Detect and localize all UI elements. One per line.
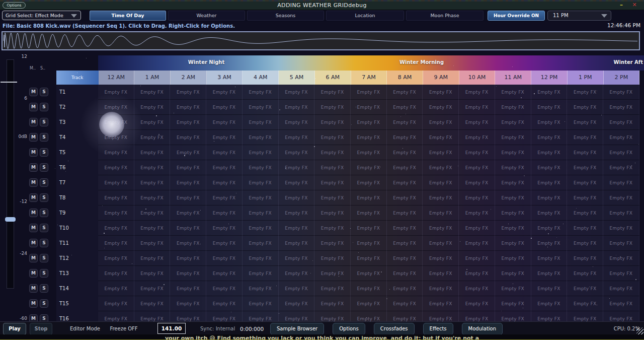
waveform-display[interactable] bbox=[2, 31, 640, 50]
solo-button-t5[interactable]: S bbox=[40, 148, 48, 157]
fx-cell-t4-2pm[interactable]: Empty FX bbox=[603, 130, 639, 145]
fx-cell-t11-7am[interactable]: Empty FX bbox=[351, 236, 387, 251]
solo-button-t9[interactable]: S bbox=[40, 209, 48, 217]
hour-header-1-am[interactable]: 1 AM bbox=[134, 71, 171, 85]
fx-cell-t9-5am[interactable]: Empty FX bbox=[279, 206, 315, 221]
fx-cell-t3-2am[interactable]: Empty FX bbox=[170, 115, 206, 130]
fx-cell-t15-2am[interactable]: Empty FX bbox=[170, 296, 206, 311]
fx-cell-t1-10am[interactable]: Empty FX bbox=[459, 85, 495, 100]
bpm-display[interactable]: 141.00 BPM bbox=[157, 323, 186, 334]
track-label-t8[interactable]: T8 bbox=[59, 190, 65, 206]
fx-cell-t8-9am[interactable]: Empty FX bbox=[423, 190, 459, 206]
fx-cell-t15-11am[interactable]: Empty FX bbox=[495, 296, 531, 311]
fx-cell-t6-12pm[interactable]: Empty FX bbox=[531, 160, 568, 175]
fx-cell-t10-1am[interactable]: Empty FX bbox=[134, 221, 171, 236]
mute-button-t4[interactable]: M bbox=[29, 133, 38, 142]
solo-button-t15[interactable]: S bbox=[40, 299, 48, 308]
fx-cell-t12-5am[interactable]: Empty FX bbox=[279, 251, 315, 266]
fx-cell-t6-1pm[interactable]: Empty FX bbox=[567, 160, 603, 175]
tab-moon-phase[interactable]: Moon Phase bbox=[406, 11, 484, 21]
fx-cell-t1-2pm[interactable]: Empty FX bbox=[603, 85, 639, 100]
fx-cell-t13-2am[interactable]: Empty FX bbox=[170, 266, 206, 281]
fx-cell-t14-1pm[interactable]: Empty FX bbox=[567, 281, 603, 296]
fx-cell-t1-4am[interactable]: Empty FX bbox=[243, 85, 279, 100]
track-label-t11[interactable]: T11 bbox=[59, 236, 69, 251]
fx-cell-t9-8am[interactable]: Empty FX bbox=[387, 206, 423, 221]
fx-cell-t13-12am[interactable]: Empty FX bbox=[98, 266, 134, 281]
fx-cell-t6-6am[interactable]: Empty FX bbox=[314, 160, 351, 175]
fx-cell-t14-7am[interactable]: Empty FX bbox=[351, 281, 387, 296]
fx-cell-t10-4am[interactable]: Empty FX bbox=[243, 221, 279, 236]
fx-cell-t10-7am[interactable]: Empty FX bbox=[351, 221, 387, 236]
fx-cell-t11-2am[interactable]: Empty FX bbox=[170, 236, 206, 251]
fx-cell-t15-2pm[interactable]: Empty FX bbox=[603, 296, 639, 311]
fx-cell-t1-11am[interactable]: Empty FX bbox=[495, 85, 531, 100]
fx-cell-t6-11am[interactable]: Empty FX bbox=[495, 160, 531, 175]
fx-cell-t12-12pm[interactable]: Empty FX bbox=[531, 251, 568, 266]
mute-button-t1[interactable]: M bbox=[29, 88, 38, 96]
fx-cell-t1-6am[interactable]: Empty FX bbox=[314, 85, 351, 100]
fx-cell-t1-1am[interactable]: Empty FX bbox=[134, 85, 171, 100]
fx-cell-t14-12am[interactable]: Empty FX bbox=[98, 281, 134, 296]
fx-cell-t8-3am[interactable]: Empty FX bbox=[206, 190, 243, 206]
fx-cell-t7-1am[interactable]: Empty FX bbox=[134, 175, 171, 190]
fx-cell-t5-3am[interactable]: Empty FX bbox=[206, 145, 243, 160]
fx-cell-t7-7am[interactable]: Empty FX bbox=[351, 175, 387, 190]
fx-cell-t12-11am[interactable]: Empty FX bbox=[495, 251, 531, 266]
fx-cell-t11-1pm[interactable]: Empty FX bbox=[567, 236, 603, 251]
fx-cell-t8-1pm[interactable]: Empty FX bbox=[567, 190, 603, 206]
resize-grip[interactable] bbox=[636, 327, 643, 334]
hour-header-3-am[interactable]: 3 AM bbox=[207, 71, 243, 85]
fx-cell-t15-4am[interactable]: Empty FX bbox=[243, 296, 279, 311]
fx-cell-t3-7am[interactable]: Empty FX bbox=[351, 115, 387, 130]
crossfades-button[interactable]: Crossfades bbox=[374, 323, 415, 335]
fx-cell-t2-11am[interactable]: Empty FX bbox=[495, 100, 531, 115]
fx-cell-t5-2am[interactable]: Empty FX bbox=[170, 145, 206, 160]
fx-cell-t5-8am[interactable]: Empty FX bbox=[387, 145, 423, 160]
hour-header-8-am[interactable]: 8 AM bbox=[387, 71, 423, 85]
fx-cell-t5-2pm[interactable]: Empty FX bbox=[603, 145, 639, 160]
hour-header-6-am[interactable]: 6 AM bbox=[315, 71, 351, 85]
fx-cell-t12-7am[interactable]: Empty FX bbox=[351, 251, 387, 266]
fx-cell-t15-5am[interactable]: Empty FX bbox=[279, 296, 315, 311]
hour-header-7-am[interactable]: 7 AM bbox=[351, 71, 387, 85]
fx-cell-t14-12pm[interactable]: Empty FX bbox=[531, 281, 568, 296]
fx-cell-t6-10am[interactable]: Empty FX bbox=[459, 160, 495, 175]
fx-cell-t8-12am[interactable]: Empty FX bbox=[98, 190, 134, 206]
fx-cell-t5-1pm[interactable]: Empty FX bbox=[567, 145, 603, 160]
fx-cell-t5-4am[interactable]: Empty FX bbox=[243, 145, 279, 160]
fx-cell-t15-7am[interactable]: Empty FX bbox=[351, 296, 387, 311]
fx-cell-t1-12pm[interactable]: Empty FX bbox=[531, 85, 568, 100]
mute-button-t2[interactable]: M bbox=[29, 103, 38, 111]
fx-cell-t13-1am[interactable]: Empty FX bbox=[134, 266, 171, 281]
fx-cell-t10-2am[interactable]: Empty FX bbox=[170, 221, 206, 236]
mute-button-t12[interactable]: M bbox=[29, 254, 38, 262]
fx-cell-t10-12am[interactable]: Empty FX bbox=[98, 221, 134, 236]
fx-cell-t8-2pm[interactable]: Empty FX bbox=[603, 190, 639, 206]
fx-cell-t8-10am[interactable]: Empty FX bbox=[459, 190, 495, 206]
fx-cell-t3-3am[interactable]: Empty FX bbox=[206, 115, 243, 130]
fx-cell-t14-1am[interactable]: Empty FX bbox=[134, 281, 171, 296]
fx-cell-t2-2pm[interactable]: Empty FX bbox=[603, 100, 639, 115]
fx-cell-t2-7am[interactable]: Empty FX bbox=[351, 100, 387, 115]
mute-button-t3[interactable]: M bbox=[29, 118, 38, 126]
solo-button-t3[interactable]: S bbox=[40, 118, 48, 126]
fx-cell-t7-12pm[interactable]: Empty FX bbox=[531, 175, 568, 190]
solo-button-t13[interactable]: S bbox=[40, 269, 48, 278]
fx-cell-t9-7am[interactable]: Empty FX bbox=[351, 206, 387, 221]
fx-cell-t7-10am[interactable]: Empty FX bbox=[459, 175, 495, 190]
fx-cell-t1-1pm[interactable]: Empty FX bbox=[567, 85, 603, 100]
fx-cell-t7-2pm[interactable]: Empty FX bbox=[603, 175, 639, 190]
fx-cell-t9-2am[interactable]: Empty FX bbox=[170, 206, 206, 221]
fx-cell-t2-3am[interactable]: Empty FX bbox=[206, 100, 243, 115]
solo-button-t10[interactable]: S bbox=[40, 224, 48, 232]
fx-cell-t8-2am[interactable]: Empty FX bbox=[170, 190, 206, 206]
fx-cell-t6-4am[interactable]: Empty FX bbox=[243, 160, 279, 175]
hour-header-1-pm[interactable]: 1 PM bbox=[568, 71, 604, 85]
fx-cell-t7-4am[interactable]: Empty FX bbox=[243, 175, 279, 190]
fx-cell-t1-8am[interactable]: Empty FX bbox=[387, 85, 423, 100]
fx-cell-t5-1am[interactable]: Empty FX bbox=[134, 145, 171, 160]
solo-button-t6[interactable]: S bbox=[40, 163, 48, 172]
hour-header-9-am[interactable]: 9 AM bbox=[423, 71, 459, 85]
fx-cell-t3-11am[interactable]: Empty FX bbox=[495, 115, 531, 130]
